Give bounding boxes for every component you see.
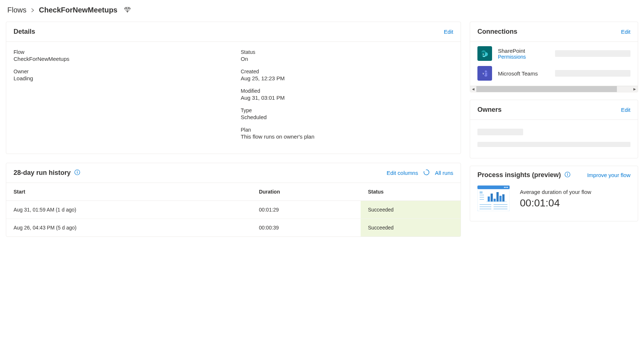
svg-rect-20 xyxy=(480,191,483,194)
process-insights-title: Process insights (preview) xyxy=(477,171,561,179)
svg-text:S: S xyxy=(483,53,484,56)
details-card: Details Edit Flow CheckForNewMeetups Own… xyxy=(6,22,461,154)
svg-rect-29 xyxy=(502,194,505,202)
breadcrumb: Flows CheckForNewMeetups xyxy=(6,6,638,14)
improve-flow-link[interactable]: Improve your flow xyxy=(587,172,630,178)
edit-details-link[interactable]: Edit xyxy=(444,29,453,35)
svg-rect-15 xyxy=(477,185,510,211)
plan-value: This flow runs on owner's plan xyxy=(241,133,454,140)
flow-label: Flow xyxy=(14,49,226,55)
table-row[interactable]: Aug 31, 01:59 AM (1 d ago) 00:01:29 Succ… xyxy=(6,201,461,219)
svg-point-13 xyxy=(567,173,568,174)
chart-report-icon xyxy=(477,185,510,212)
edit-columns-link[interactable]: Edit columns xyxy=(387,170,418,176)
scrollbar-thumb[interactable] xyxy=(476,86,617,92)
svg-rect-14 xyxy=(567,174,567,176)
connection-permissions-link[interactable]: Permissions xyxy=(498,54,549,60)
edit-connections-link[interactable]: Edit xyxy=(621,29,630,35)
status-label: Status xyxy=(241,49,454,55)
scroll-left-icon[interactable]: ◀ xyxy=(470,86,476,92)
connections-title: Connections xyxy=(477,28,517,36)
teams-icon: T xyxy=(477,66,492,81)
run-duration: 00:00:39 xyxy=(252,219,361,237)
svg-point-18 xyxy=(507,187,508,188)
svg-point-19 xyxy=(504,187,505,188)
run-history-title: 28-day run history xyxy=(14,169,71,177)
run-status: Succeeded xyxy=(361,201,461,218)
all-runs-link[interactable]: All runs xyxy=(435,170,453,176)
svg-text:T: T xyxy=(483,72,484,75)
sharepoint-icon: S xyxy=(477,46,492,61)
details-title: Details xyxy=(14,28,35,36)
avg-duration-label: Average duration of your flow xyxy=(520,189,591,195)
run-history-card: 28-day run history Edit columns All runs xyxy=(6,163,461,237)
modified-label: Modified xyxy=(241,88,454,94)
owner-value: Loading xyxy=(14,75,226,81)
flow-value: CheckForNewMeetups xyxy=(14,56,226,62)
svg-point-1 xyxy=(77,171,78,172)
run-status: Succeeded xyxy=(361,219,461,236)
run-start: Aug 31, 01:59 AM (1 d ago) xyxy=(6,201,252,219)
run-start: Aug 26, 04:43 PM (5 d ago) xyxy=(6,219,252,237)
info-icon[interactable] xyxy=(74,169,80,176)
owners-card: Owners Edit xyxy=(470,100,638,158)
owner-label: Owner xyxy=(14,69,226,74)
modified-value: Aug 31, 03:01 PM xyxy=(241,95,454,101)
connection-account-placeholder xyxy=(555,70,630,77)
connection-name: SharePoint xyxy=(498,48,549,54)
connection-row: S SharePoint Permissions xyxy=(477,46,630,61)
created-value: Aug 25, 12:23 PM xyxy=(241,75,454,81)
svg-rect-28 xyxy=(499,196,502,202)
col-status-header[interactable]: Status xyxy=(361,183,461,201)
process-insights-card: Process insights (preview) Improve your … xyxy=(470,166,638,221)
premium-diamond-icon xyxy=(122,6,131,14)
run-history-table: Start Duration Status Aug 31, 01:59 AM (… xyxy=(6,183,461,236)
svg-rect-24 xyxy=(488,196,490,202)
svg-rect-27 xyxy=(496,192,499,202)
svg-point-9 xyxy=(487,71,488,73)
connections-card: Connections Edit S SharePoint Permission… xyxy=(470,22,638,92)
edit-owners-link[interactable]: Edit xyxy=(621,107,630,113)
col-duration-header[interactable]: Duration xyxy=(252,183,361,201)
run-duration: 00:01:29 xyxy=(252,201,361,219)
breadcrumb-current: CheckForNewMeetups xyxy=(39,6,118,14)
svg-point-17 xyxy=(506,187,507,188)
table-row[interactable]: Aug 26, 04:43 PM (5 d ago) 00:00:39 Succ… xyxy=(6,219,461,237)
scroll-right-icon[interactable]: ▶ xyxy=(632,86,638,92)
owner-placeholder xyxy=(477,142,630,147)
svg-rect-26 xyxy=(494,199,496,202)
svg-rect-25 xyxy=(491,194,493,202)
info-icon[interactable] xyxy=(565,172,570,179)
avg-duration-value: 00:01:04 xyxy=(520,197,591,209)
connection-account-placeholder xyxy=(555,50,630,57)
chevron-right-icon xyxy=(31,7,34,14)
type-value: Scheduled xyxy=(241,114,454,120)
refresh-icon[interactable] xyxy=(423,169,430,177)
type-label: Type xyxy=(241,107,454,113)
svg-rect-2 xyxy=(77,172,77,174)
connection-row: T Microsoft Teams xyxy=(477,66,630,81)
connection-name: Microsoft Teams xyxy=(498,70,549,77)
horizontal-scrollbar[interactable]: ◀ ▶ xyxy=(470,86,638,92)
col-start-header[interactable]: Start xyxy=(6,183,252,201)
status-value: On xyxy=(241,56,454,62)
owners-title: Owners xyxy=(477,106,502,114)
owner-placeholder xyxy=(477,129,523,135)
created-label: Created xyxy=(241,69,454,74)
breadcrumb-root[interactable]: Flows xyxy=(7,6,26,14)
plan-label: Plan xyxy=(241,127,454,133)
